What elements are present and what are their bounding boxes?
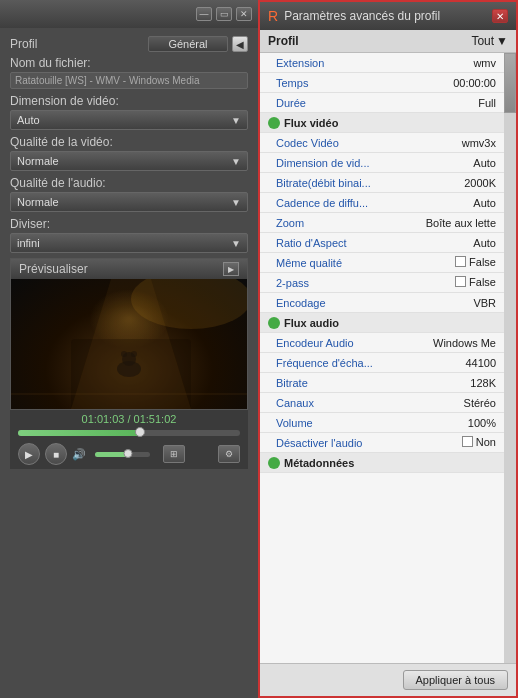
stop-button[interactable]: ■ <box>45 443 67 465</box>
preview-expand-button[interactable]: ▶ <box>223 262 239 276</box>
checkbox-value[interactable]: False <box>455 276 496 288</box>
right-footer: Appliquer à tous <box>260 663 516 696</box>
profil-label: Profil <box>10 37 37 51</box>
svg-point-6 <box>121 351 127 357</box>
right-header-dropdown[interactable]: Tout ▼ <box>471 34 508 48</box>
volume-icon: 🔊 <box>72 448 86 461</box>
param-label: Même qualité <box>276 257 455 269</box>
close-button[interactable]: ✕ <box>236 7 252 21</box>
volume-track[interactable] <box>95 452 150 457</box>
video-dim-label: Dimension de vidéo: <box>10 94 248 108</box>
param-label: Temps <box>276 77 453 89</box>
preview-label: Prévisualiser <box>19 262 88 276</box>
profil-row: Profil Général ◀ <box>10 36 248 52</box>
right-title-bar: R Paramètres avancés du profil ✕ <box>260 2 516 30</box>
param-row: DuréeFull <box>260 93 504 113</box>
video-quality-select[interactable]: Normale ▼ <box>10 151 248 171</box>
param-row: Cadence de diffu...Auto <box>260 193 504 213</box>
preview-header: Prévisualiser ▶ <box>11 259 247 279</box>
param-label: Fréquence d'écha... <box>276 357 465 369</box>
param-row: Ratio d'AspectAuto <box>260 233 504 253</box>
param-label: Ratio d'Aspect <box>276 237 473 249</box>
param-value: Boîte aux lette <box>426 217 496 229</box>
param-row: Codec Vidéowmv3x <box>260 133 504 153</box>
audio-quality-select[interactable]: Normale ▼ <box>10 192 248 212</box>
scrollbar-thumb[interactable] <box>504 53 516 113</box>
progress-thumb[interactable] <box>135 427 145 437</box>
volume-thumb[interactable] <box>124 449 133 458</box>
section-row: Flux vidéo <box>260 113 504 133</box>
diviser-row: Diviser: infini ▼ <box>10 217 248 253</box>
right-title-text: Paramètres avancés du profil <box>284 9 486 23</box>
param-value: 128K <box>470 377 496 389</box>
section-title: Flux audio <box>284 317 339 329</box>
minimize-button[interactable]: — <box>196 7 212 21</box>
param-row: Encodeur AudioWindows Me <box>260 333 504 353</box>
right-header-dropdown-label: Tout <box>471 34 494 48</box>
diviser-label: Diviser: <box>10 217 248 231</box>
checkbox-box-icon <box>455 276 466 287</box>
audio-quality-label: Qualité de l'audio: <box>10 176 248 190</box>
play-button[interactable]: ▶ <box>18 443 40 465</box>
audio-quality-value: Normale <box>17 196 59 208</box>
right-header-label: Profil <box>268 34 299 48</box>
right-close-button[interactable]: ✕ <box>492 9 508 23</box>
param-value: Windows Me <box>433 337 496 349</box>
params-scroll-container: ExtensionwmvTemps00:00:00DuréeFullFlux v… <box>260 53 516 663</box>
video-dim-arrow-icon: ▼ <box>231 115 241 126</box>
param-row: 2-passFalse <box>260 273 504 293</box>
param-row: Désactiver l'audioNon <box>260 433 504 453</box>
param-label: Encodeur Audio <box>276 337 433 349</box>
video-dim-select[interactable]: Auto ▼ <box>10 110 248 130</box>
param-label: Cadence de diffu... <box>276 197 473 209</box>
param-label: Zoom <box>276 217 426 229</box>
filename-label: Nom du fichier: <box>10 56 248 70</box>
param-value: False <box>455 276 496 290</box>
apply-all-button[interactable]: Appliquer à tous <box>403 670 509 690</box>
checkbox-value[interactable]: Non <box>462 436 496 448</box>
profil-arrow-button[interactable]: ◀ <box>232 36 248 52</box>
video-dim-row: Dimension de vidéo: Auto ▼ <box>10 94 248 130</box>
video-quality-row: Qualité de la vidéo: Normale ▼ <box>10 135 248 171</box>
param-label: Codec Vidéo <box>276 137 462 149</box>
profil-dropdown[interactable]: Général <box>148 36 228 52</box>
audio-quality-row: Qualité de l'audio: Normale ▼ <box>10 176 248 212</box>
param-label: Durée <box>276 97 478 109</box>
param-row: Bitrate(débit binai...2000K <box>260 173 504 193</box>
preview-image <box>11 279 247 409</box>
param-value: Non <box>462 436 496 450</box>
left-panel: — ▭ ✕ Profil Général ◀ Nom du fichier: R… <box>0 0 258 698</box>
maximize-button[interactable]: ▭ <box>216 7 232 21</box>
param-row: EncodageVBR <box>260 293 504 313</box>
diviser-select[interactable]: infini ▼ <box>10 233 248 253</box>
params-table: ExtensionwmvTemps00:00:00DuréeFullFlux v… <box>260 53 504 663</box>
title-bar: — ▭ ✕ <box>0 0 258 28</box>
param-row: Fréquence d'écha...44100 <box>260 353 504 373</box>
scrollbar-track[interactable] <box>504 53 516 663</box>
param-value: 00:00:00 <box>453 77 496 89</box>
section-indicator-icon <box>268 457 280 469</box>
param-row: CanauxStéréo <box>260 393 504 413</box>
progress-fill <box>18 430 140 436</box>
param-value: Auto <box>473 197 496 209</box>
param-label: 2-pass <box>276 277 455 289</box>
checkbox-text: Non <box>476 436 496 448</box>
param-row: ZoomBoîte aux lette <box>260 213 504 233</box>
settings-button[interactable]: ⚙ <box>218 445 240 463</box>
param-value: False <box>455 256 496 270</box>
section-title: Métadonnées <box>284 457 354 469</box>
param-value: 100% <box>468 417 496 429</box>
right-panel: R Paramètres avancés du profil ✕ Profil … <box>258 0 518 698</box>
section-row: Flux audio <box>260 313 504 333</box>
param-row: Volume100% <box>260 413 504 433</box>
screenshot-button[interactable]: ⊞ <box>163 445 185 463</box>
app-icon: R <box>268 8 278 24</box>
video-quality-value: Normale <box>17 155 59 167</box>
param-label: Volume <box>276 417 468 429</box>
checkbox-value[interactable]: False <box>455 256 496 268</box>
progress-track[interactable] <box>18 430 240 436</box>
video-quality-arrow-icon: ▼ <box>231 156 241 167</box>
filename-section: Nom du fichier: Ratatouille [WS] - WMV -… <box>10 56 248 89</box>
right-header: Profil Tout ▼ <box>260 30 516 53</box>
param-row: Bitrate128K <box>260 373 504 393</box>
